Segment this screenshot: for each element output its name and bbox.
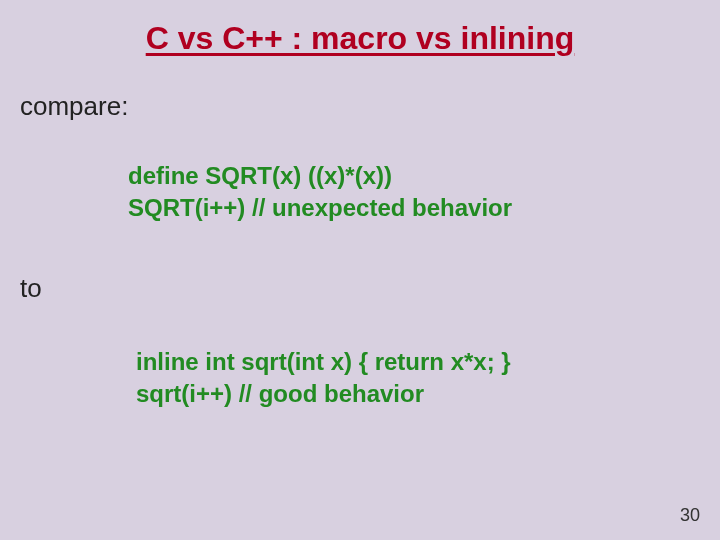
- macro-code-block: define SQRT(x) ((x)*(x)) SQRT(i++) // un…: [128, 160, 720, 225]
- to-label: to: [20, 273, 720, 304]
- inline-code-block: inline int sqrt(int x) { return x*x; } s…: [136, 346, 720, 411]
- slide-title: C vs C++ : macro vs inlining: [80, 0, 640, 67]
- code-line: SQRT(i++) // unexpected behavior: [128, 192, 720, 224]
- compare-label: compare:: [20, 91, 720, 122]
- code-line: sqrt(i++) // good behavior: [136, 378, 720, 410]
- code-line: inline int sqrt(int x) { return x*x; }: [136, 346, 720, 378]
- code-line: define SQRT(x) ((x)*(x)): [128, 160, 720, 192]
- page-number: 30: [680, 505, 700, 526]
